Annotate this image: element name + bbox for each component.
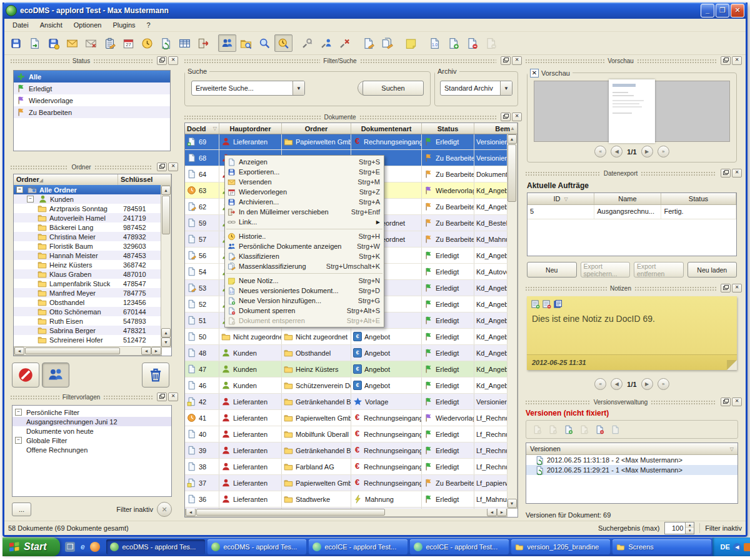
- chevron-down-icon[interactable]: ▼: [500, 81, 512, 95]
- menu-item-neue-notiz[interactable]: Neue Notiz...Strg+N: [225, 276, 384, 286]
- document-row-39[interactable]: 39 Lieferanten Getränkehandel Baum €Rech…: [185, 442, 508, 459]
- document-row-36[interactable]: 36 Lieferanten Stadtwerke Mahnung Erledi…: [185, 491, 508, 508]
- filter-clear-icon[interactable]: ✕: [157, 502, 172, 517]
- folder-row-lampenfabrik-stuck[interactable]: Lampenfabrik Stuck 478547: [14, 279, 162, 288]
- dokumente-table-header[interactable]: DocId▽ Hauptordner Ordner Dokumentenart …: [185, 123, 518, 134]
- start-button[interactable]: Start: [2, 538, 60, 556]
- tree-expander-icon[interactable]: −: [15, 437, 22, 444]
- menu-item-dokument-sperren[interactable]: Dokument sperrenStrg+Alt+S: [225, 306, 384, 316]
- version-tool-1-icon[interactable]: [548, 425, 558, 434]
- toolbar-wiedervorlegen-button[interactable]: 27: [119, 34, 138, 52]
- version-tool-5-icon[interactable]: [611, 425, 620, 434]
- float-panel-icon[interactable]: [721, 284, 731, 292]
- menu-item-anzeigen[interactable]: AnzeigenStrg+S: [225, 157, 384, 167]
- folder-row-arztpraxis-sonntag[interactable]: Arztpraxis Sonntag 784591: [14, 204, 162, 213]
- taskbar-task[interactable]: ecoDMS - applord Tes...: [208, 539, 306, 554]
- folder-row-floristik-baum[interactable]: Floristik Baum 329603: [14, 241, 162, 251]
- note-delete-icon[interactable]: [542, 299, 551, 309]
- export-neu-button[interactable]: Neu: [527, 262, 577, 278]
- status-item-erledigt[interactable]: Erledigt: [14, 82, 170, 94]
- block-folder-button[interactable]: [12, 362, 39, 388]
- close-panel-icon[interactable]: ✕: [512, 112, 522, 121]
- float-panel-icon[interactable]: [501, 112, 511, 121]
- toolbar-mail-import-button[interactable]: [82, 34, 100, 52]
- suchergebnis-spinner[interactable]: 100 ▲▼: [664, 522, 694, 534]
- toolbar-dokument-neuladen-button[interactable]: [157, 34, 175, 52]
- menu-ansicht[interactable]: Ansicht: [34, 20, 68, 30]
- close-panel-icon[interactable]: ✕: [732, 284, 742, 292]
- folder-row-sabrina-berger[interactable]: Sabrina Berger 478321: [14, 326, 162, 335]
- trash-button[interactable]: [142, 362, 169, 388]
- menu-item-neues-versioniertes-dokument[interactable]: 1.0Neues versioniertes Dokument...Strg+D: [225, 286, 384, 296]
- col-hauptordner[interactable]: Hauptordner: [219, 123, 282, 134]
- float-panel-icon[interactable]: [721, 398, 731, 406]
- toolbar-versenden-button[interactable]: [63, 34, 81, 52]
- next-page-icon[interactable]: ▶: [641, 146, 653, 158]
- toolbar-klassifizieren-inbox-button[interactable]: [101, 34, 119, 52]
- folder-row-hannah-meister[interactable]: Hannah Meister 487453: [14, 251, 162, 260]
- document-row-38[interactable]: 38 Lieferanten Farbland AG €Rechnungsein…: [185, 459, 508, 475]
- preview-area[interactable]: [534, 81, 730, 142]
- filter-row-dokumente-von-heute[interactable]: Dokumente von heute: [12, 426, 171, 436]
- menu-item-neue-version-hinzufügen[interactable]: Neue Version hinzufügen...Strg+G: [225, 296, 384, 306]
- folder-row-obsthandel[interactable]: Obsthandel 123456: [14, 298, 162, 307]
- toolbar-inbox-tabelle-button[interactable]: [176, 34, 194, 52]
- float-panel-icon[interactable]: [157, 56, 167, 65]
- menu-item-dokument-entsperren[interactable]: Dokument entsperrenStrg+Alt+E: [225, 316, 384, 326]
- toolbar-admin-einstellungen-button[interactable]: [336, 34, 354, 52]
- keyboard-layout[interactable]: DE: [720, 543, 729, 551]
- toolbar-historie-button[interactable]: [138, 34, 156, 52]
- toolbar-einstellungen-button[interactable]: [298, 34, 316, 52]
- first-note-icon[interactable]: «: [594, 378, 606, 390]
- menu-item-klassifizieren[interactable]: KlassifizierenStrg+K: [225, 251, 384, 261]
- version-tool-0-icon[interactable]: [532, 425, 542, 434]
- col-schluessel[interactable]: Schlüssel: [118, 174, 171, 185]
- folder-row-alle-ordner[interactable]: −Alle Ordner: [14, 185, 162, 194]
- toolbar-benutzer-einstellungen-button[interactable]: [317, 34, 335, 52]
- toolbar-neues-versioniertes-dokument-button[interactable]: 1.0: [426, 34, 444, 52]
- close-panel-icon[interactable]: ✕: [732, 398, 742, 406]
- document-row-47[interactable]: 47 Kunden Heinz Küsters €Angebot Erledig…: [185, 361, 508, 378]
- folder-row-otto-schöneman[interactable]: Otto Schöneman 670144: [14, 307, 162, 316]
- version-tool-3-icon[interactable]: [579, 425, 589, 434]
- close-panel-icon[interactable]: ✕: [732, 56, 742, 65]
- filter-row-globale-filter[interactable]: −Globale Filter: [12, 436, 171, 445]
- folder-row-autoverleih-hamel[interactable]: Autoverleih Hamel 241719: [14, 213, 162, 222]
- filter-row-offene-rechnungen[interactable]: Offene Rechnungen: [12, 445, 171, 454]
- toolbar-muelleimer-button[interactable]: [194, 34, 212, 52]
- dokumente-hscrollbar[interactable]: ◄ ◄►: [185, 508, 508, 517]
- sticky-note[interactable]: Dies ist eine Notiz zu DocID 69. 2012-06…: [527, 296, 737, 370]
- taskbar-task[interactable]: Screens: [612, 539, 711, 554]
- menu-?[interactable]: ?: [141, 20, 156, 30]
- menu-item-in-den-mülleimer-verschieben[interactable]: In den Mülleimer verschiebenStrg+Entf: [225, 207, 384, 217]
- toolbar-neue-notiz-button[interactable]: [402, 34, 420, 52]
- document-row-48[interactable]: 48 Kunden Obsthandel €Angebot Erledigt K…: [185, 345, 508, 361]
- taskbar-task[interactable]: ecoICE - applord Test...: [410, 539, 509, 554]
- col-docid[interactable]: DocId▽: [185, 123, 219, 134]
- version-tool-2-icon[interactable]: [564, 425, 573, 434]
- status-item-alle[interactable]: Alle: [14, 71, 170, 82]
- tree-expander-icon[interactable]: −: [16, 186, 23, 193]
- tree-expander-icon[interactable]: −: [15, 409, 22, 416]
- export-neu-laden-button[interactable]: Neu laden: [688, 262, 738, 278]
- erweiterte-suche-dropdown[interactable]: Erweiterte Suche... ▼: [191, 81, 305, 96]
- document-row-69[interactable]: 69 Lieferanten Papierwelten GmbH €Rechnu…: [185, 134, 508, 150]
- chevron-down-icon[interactable]: ▼: [292, 81, 304, 95]
- export-col-id[interactable]: ID▽: [528, 193, 594, 204]
- close-panel-icon[interactable]: ✕: [168, 392, 178, 401]
- float-panel-icon[interactable]: [721, 169, 731, 178]
- toolbar-klassifizieren-button[interactable]: [359, 34, 378, 52]
- personal-folders-button[interactable]: [42, 362, 69, 388]
- ordner-hscrollbar[interactable]: ◄ ◄►: [14, 346, 162, 356]
- document-row-37[interactable]: 37 Lieferanten Papierwelten GmbH €Rechnu…: [185, 475, 508, 491]
- taskbar-task[interactable]: version_1205_brandine: [511, 539, 610, 554]
- note-edit-icon[interactable]: [531, 299, 540, 309]
- first-page-icon[interactable]: «: [594, 146, 606, 158]
- float-panel-icon[interactable]: [157, 162, 167, 171]
- folder-row-schreinerei-hofer[interactable]: Schreinerei Hofer 512472: [14, 335, 162, 344]
- version-tool-4-icon[interactable]: [595, 425, 604, 434]
- document-row-40[interactable]: 40 Lieferanten Mobilfunk Überall €Rechnu…: [185, 426, 508, 442]
- tree-expander-icon[interactable]: −: [27, 196, 34, 202]
- title-bar[interactable]: ecoDMS - applord Test - Max Mustermann _…: [2, 2, 748, 19]
- language-switch-icon[interactable]: ◀: [733, 543, 741, 551]
